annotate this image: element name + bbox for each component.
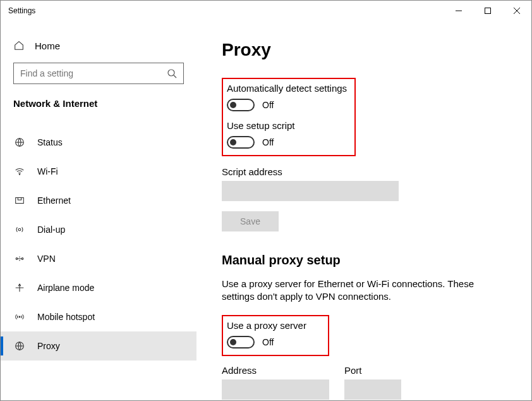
- script-address-input[interactable]: [222, 181, 399, 201]
- sidebar-item-status[interactable]: Status: [1, 128, 196, 157]
- sidebar-home[interactable]: Home: [1, 40, 196, 63]
- use-script-label: Use setup script: [227, 120, 347, 131]
- port-label: Port: [344, 365, 401, 376]
- svg-line-5: [174, 75, 176, 78]
- sidebar-item-label: Wi-Fi: [37, 166, 58, 176]
- sidebar-item-label: Dial-up: [37, 225, 65, 235]
- use-proxy-toggle[interactable]: [227, 336, 255, 349]
- sidebar: Home Network & Internet Status Wi-Fi Eth…: [1, 21, 196, 400]
- auto-detect-state: Off: [262, 100, 274, 110]
- port-input[interactable]: [344, 379, 401, 400]
- svg-point-13: [21, 258, 23, 260]
- category-title: Network & Internet: [1, 98, 196, 120]
- sidebar-item-vpn[interactable]: VPN: [1, 244, 196, 273]
- auto-detect-label: Automatically detect settings: [227, 83, 347, 94]
- svg-point-15: [19, 316, 20, 318]
- manual-description: Use a proxy server for Ethernet or Wi-Fi…: [222, 278, 487, 304]
- home-icon: [13, 40, 25, 51]
- svg-point-4: [168, 70, 174, 76]
- address-input[interactable]: [222, 379, 329, 400]
- svg-point-12: [16, 258, 18, 260]
- script-address-label: Script address: [222, 166, 512, 177]
- highlight-proxy-section: Use a proxy server Off: [222, 315, 329, 356]
- page-title: Proxy: [222, 40, 512, 60]
- save-button[interactable]: Save: [222, 211, 279, 231]
- airplane-icon: [13, 282, 26, 293]
- hotspot-icon: [13, 311, 26, 323]
- home-label: Home: [35, 40, 60, 51]
- use-proxy-state: Off: [262, 337, 274, 347]
- auto-detect-toggle[interactable]: [227, 99, 255, 111]
- close-button[interactable]: [502, 1, 531, 21]
- wifi-icon: [13, 166, 26, 177]
- status-icon: [13, 137, 26, 148]
- svg-rect-10: [18, 198, 21, 200]
- search-input[interactable]: [20, 68, 167, 78]
- sidebar-item-airplane[interactable]: Airplane mode: [1, 273, 196, 302]
- manual-heading: Manual proxy setup: [222, 253, 512, 268]
- main-content: Proxy Automatically detect settings Off …: [196, 21, 531, 400]
- svg-point-11: [18, 228, 21, 231]
- search-icon: [167, 68, 177, 78]
- window-title: Settings: [8, 6, 35, 15]
- ethernet-icon: [13, 195, 26, 206]
- sidebar-item-label: Airplane mode: [37, 283, 94, 293]
- dialup-icon: [13, 224, 26, 235]
- use-script-state: Off: [262, 137, 274, 147]
- sidebar-item-label: Proxy: [37, 341, 60, 351]
- sidebar-item-label: Mobile hotspot: [37, 312, 95, 322]
- minimize-button[interactable]: [444, 1, 473, 21]
- proxy-icon: [13, 340, 26, 352]
- sidebar-item-wifi[interactable]: Wi-Fi: [1, 157, 196, 186]
- search-input-container[interactable]: [13, 63, 184, 84]
- highlight-auto-section: Automatically detect settings Off Use se…: [222, 78, 356, 156]
- svg-rect-9: [16, 198, 24, 204]
- sidebar-item-hotspot[interactable]: Mobile hotspot: [1, 302, 196, 331]
- use-proxy-label: Use a proxy server: [227, 320, 320, 331]
- svg-point-8: [19, 174, 20, 175]
- use-script-toggle[interactable]: [227, 136, 255, 149]
- sidebar-item-label: VPN: [37, 254, 56, 264]
- sidebar-item-ethernet[interactable]: Ethernet: [1, 186, 196, 215]
- sidebar-item-dialup[interactable]: Dial-up: [1, 215, 196, 244]
- sidebar-item-proxy[interactable]: Proxy: [1, 331, 196, 361]
- sidebar-item-label: Status: [37, 137, 63, 147]
- svg-rect-1: [485, 8, 491, 14]
- vpn-icon: [13, 253, 26, 264]
- maximize-button[interactable]: [473, 1, 502, 21]
- sidebar-item-label: Ethernet: [37, 195, 71, 206]
- address-label: Address: [222, 365, 329, 376]
